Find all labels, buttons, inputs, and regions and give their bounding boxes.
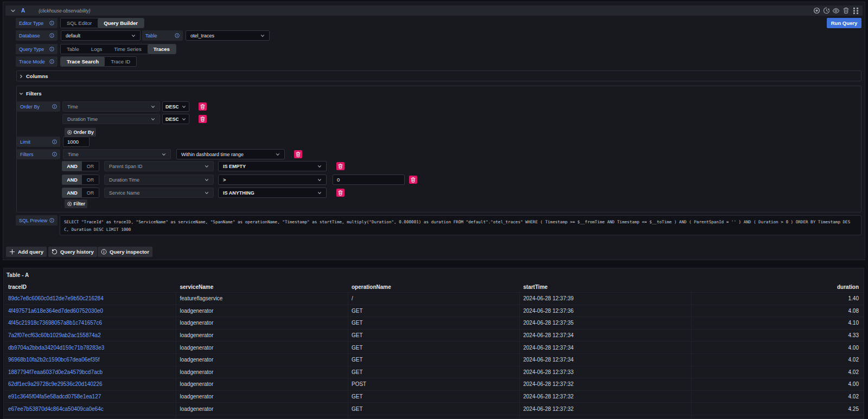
order-by-direction-select-2[interactable]: DESC — [162, 114, 189, 124]
info-icon[interactable] — [49, 47, 54, 51]
column-header-operationName[interactable]: operationName — [348, 282, 520, 292]
order-by-field-select[interactable]: Time — [62, 101, 160, 112]
trace-link[interactable]: 89dc7e8c6060c0d12de7e9b50c216284 — [8, 295, 104, 301]
query-inspector-button[interactable]: Query inspector — [98, 247, 152, 257]
cell-servicename: loadgenerator — [176, 391, 348, 403]
order-by-direction-select[interactable]: DESC — [162, 101, 189, 112]
bool-and-option[interactable]: AND — [62, 175, 82, 184]
limit-input[interactable]: 1000 — [63, 137, 90, 147]
info-icon[interactable] — [52, 152, 57, 157]
info-icon[interactable] — [49, 59, 54, 64]
trace-link[interactable]: 4f45c21918c73698057a8b1c741657c6 — [8, 320, 102, 326]
chevron-down-icon — [317, 178, 322, 182]
bool-or-option[interactable]: OR — [82, 175, 99, 184]
add-filter-button[interactable]: Filter — [65, 199, 87, 208]
trace-link[interactable]: 1887794f7eaa6037d0e2a4579bcd7acb — [8, 369, 103, 375]
database-label: Database — [16, 30, 58, 41]
info-icon[interactable] — [175, 33, 180, 38]
cell-duration: 4.02 — [692, 366, 864, 378]
columns-section-header[interactable]: Columns — [17, 71, 861, 81]
limit-label: Limit — [17, 137, 60, 147]
filter-operator-select[interactable]: > — [218, 175, 327, 185]
chevron-down-icon — [317, 164, 322, 169]
query-row-header[interactable]: A (clickhouse-observability) — [5, 5, 863, 16]
info-icon[interactable] — [49, 21, 54, 25]
column-header-traceID[interactable]: traceID — [5, 282, 177, 292]
drag-handle-icon[interactable] — [852, 7, 859, 15]
bool-or-option[interactable]: OR — [82, 188, 99, 197]
query-type-option-traces[interactable]: Traces — [148, 44, 176, 54]
query-type-option-time-series[interactable]: Time Series — [108, 44, 147, 54]
chevron-down-icon — [151, 117, 155, 121]
chevron-down-icon — [317, 191, 322, 195]
trace-link[interactable]: 4f497571a618e364ed7ded60752030e0 — [8, 308, 103, 314]
column-header-duration[interactable]: duration — [692, 282, 864, 292]
query-type-option-logs[interactable]: Logs — [85, 44, 108, 54]
filter-field-select[interactable]: Duration Time — [104, 175, 214, 185]
query-type-option-table[interactable]: Table — [61, 44, 85, 54]
cell-servicename: loadgenerator — [176, 378, 348, 390]
chevron-down-icon — [260, 34, 265, 38]
remove-order-by-button[interactable] — [199, 102, 207, 111]
filter-operator-select[interactable]: IS EMPTY — [218, 161, 327, 171]
filter-time-range-select[interactable]: Within dashboard time range — [176, 149, 285, 159]
cell-operationname: GET — [348, 415, 520, 419]
trace-link[interactable]: e91c3645f04fa5e58adcd0758e1ea127 — [8, 394, 101, 399]
table-panel-title: Table - A — [7, 272, 29, 278]
trace-link[interactable]: 96968b10fa2b2c1590bc67dea06ef35f — [8, 357, 100, 363]
column-header-startTime[interactable]: startTime — [520, 282, 692, 292]
query-history-button[interactable]: Query history — [48, 247, 97, 257]
column-header-serviceName[interactable]: serviceName — [176, 282, 348, 292]
cell-servicename: featureflagservice — [176, 293, 348, 305]
info-icon[interactable] — [49, 33, 54, 38]
filter-field-select[interactable]: Parent Span ID — [104, 161, 214, 171]
filter-operator-select[interactable]: IS ANYTHING — [218, 188, 327, 198]
remove-filter-button[interactable] — [336, 162, 344, 170]
remove-filter-button[interactable] — [336, 189, 344, 197]
remove-query-trash-icon[interactable] — [842, 7, 850, 15]
collapse-query-chevron-icon[interactable] — [10, 8, 16, 14]
trace-link[interactable]: db9704a2bbda34204d159c71b78283e3 — [8, 345, 104, 351]
table-row: 96968b10fa2b2c1590bc67dea06ef35floadgene… — [5, 353, 864, 366]
bool-and-option[interactable]: AND — [62, 162, 82, 171]
table-select[interactable]: otel_traces — [186, 30, 270, 41]
cell-duration: 4.00 — [692, 378, 864, 390]
cell-traceid: e67ee7b53870d4c864ca50409ca0e64c — [5, 403, 177, 415]
remove-filter-button[interactable] — [409, 176, 417, 184]
remove-filter-button-time[interactable] — [294, 150, 302, 158]
filter-value-input[interactable]: 0 — [333, 175, 405, 185]
history-icon — [52, 249, 58, 255]
filters-section-header[interactable]: Filters — [17, 88, 861, 99]
info-icon[interactable] — [49, 218, 54, 223]
trace-mode-option-trace-search[interactable]: Trace Search — [61, 57, 105, 66]
info-icon[interactable] — [52, 139, 57, 144]
chevron-down-icon — [182, 117, 186, 121]
filter-field-select[interactable]: Service Name — [104, 188, 214, 198]
trace-mode-option-trace-id[interactable]: Trace ID — [105, 57, 136, 66]
query-history-icon[interactable] — [822, 7, 830, 15]
record-query-icon[interactable] — [813, 7, 820, 15]
add-order-by-button[interactable]: Order By — [65, 128, 96, 137]
run-query-button[interactable]: Run Query — [827, 18, 861, 28]
cell-duration: 4.25 — [692, 403, 864, 415]
trace-link[interactable]: 7a2f07ecf63c60b1029ab2ac155874a2 — [8, 332, 101, 338]
chevron-down-icon — [182, 105, 186, 109]
cell-duration: 4.10 — [692, 317, 864, 329]
remove-order-by-button-2[interactable] — [199, 115, 207, 123]
filter-time-field-select[interactable]: Time — [63, 149, 171, 159]
editor-type-option-query-builder[interactable]: Query Builder — [98, 18, 144, 28]
query-ref-id: A — [21, 8, 25, 14]
trace-link[interactable]: e67ee7b53870d4c864ca50409ca0e64c — [8, 406, 104, 412]
trace-link[interactable]: 62df1ec9a29728c9e29536c20d140226 — [8, 381, 103, 387]
order-by-field-select-2[interactable]: Duration Time — [62, 114, 160, 124]
cell-starttime: 2024-06-28 12:37:32 — [520, 391, 692, 403]
add-query-button[interactable]: Add query — [6, 247, 47, 257]
disable-query-eye-icon[interactable] — [832, 7, 840, 15]
editor-type-option-sql-editor[interactable]: SQL Editor — [61, 18, 98, 28]
columns-section: Columns — [16, 70, 861, 81]
bool-or-option[interactable]: OR — [82, 162, 99, 171]
table-row: 4f497571a618e364ed7ded60752030e0loadgene… — [5, 305, 864, 317]
database-select[interactable]: default — [61, 30, 141, 41]
bool-and-option[interactable]: AND — [62, 188, 82, 197]
info-icon[interactable] — [52, 104, 57, 109]
